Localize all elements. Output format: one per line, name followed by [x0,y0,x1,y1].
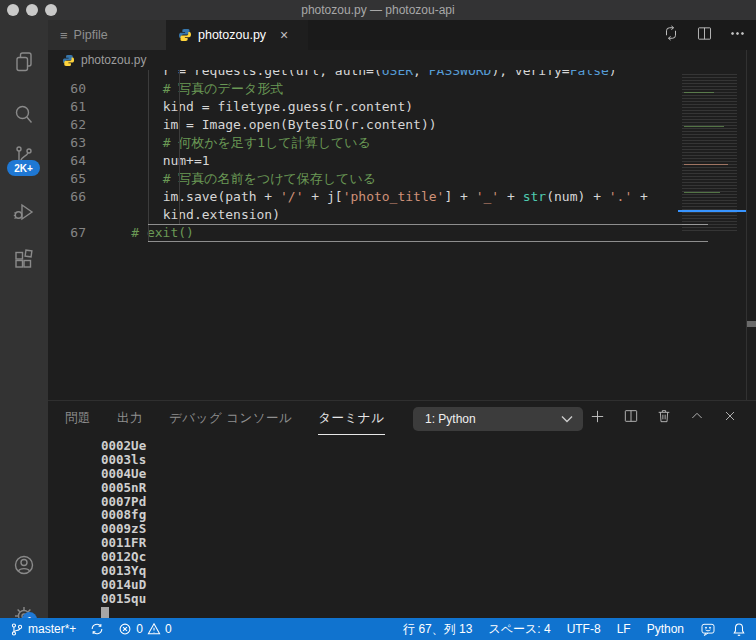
breadcrumb-file: photozou.py [81,53,146,67]
terminal-line: 0011FR [101,536,146,550]
split-terminal-icon[interactable] [623,408,639,428]
new-terminal-icon[interactable] [589,408,606,429]
git-branch-icon [10,622,24,637]
close-icon[interactable]: × [280,27,288,43]
line-number [48,206,86,224]
maximize-window-button[interactable] [45,4,57,16]
sync-icon [90,622,104,636]
sync-status[interactable] [90,622,104,636]
terminal-line: 0004Ue [101,467,146,481]
errors-count: 0 [136,622,143,636]
terminal-line: 0012Qc [101,550,146,564]
code-line: 65 # 写真の名前をつけて保存している [48,170,756,188]
account-icon[interactable] [12,553,36,577]
terminal-line: 0009zS [101,522,146,536]
scrollbar-track [746,50,747,400]
code-line: 60 # 写真のデータ形式 [48,80,756,98]
code-line: kind.extension) [48,206,756,224]
panel-tab[interactable]: ターミナル [318,401,384,435]
encoding-status[interactable]: UTF-8 [567,622,601,636]
line-number: 65 [48,170,86,188]
errors-icon [118,622,132,636]
chevron-down-icon [561,415,573,423]
code-line: 62 im = Image.open(BytesIO(r.content)) [48,116,756,134]
feedback-icon[interactable] [700,622,716,637]
panel-tab[interactable]: 出力 [117,401,143,435]
terminal-line: 0014uD [101,578,146,592]
eol-status[interactable]: LF [617,622,631,636]
editor-actions [662,20,746,50]
terminal-line: 0008fg [101,508,146,522]
open-changes-icon[interactable] [662,24,680,46]
activity-bar: 2K+ 1 [0,20,48,618]
line-number: 67 [48,224,86,242]
current-line-border-top [148,224,708,225]
vscode-window: photozou.py — photozou-api 2K+ 1 ≡ P [0,0,756,640]
extensions-icon[interactable] [12,248,36,272]
terminal-line: 0002Ue [101,439,146,453]
panel-tab[interactable]: 問題 [65,401,91,435]
notifications-bell-icon[interactable] [732,622,746,637]
explorer-icon[interactable] [12,50,36,74]
panel-actions [589,404,738,432]
source-control-badge: 2K+ [7,160,40,176]
minimap[interactable] [678,74,746,232]
line-number: 64 [48,152,86,170]
panel-tab[interactable]: デバッグ コンソール [169,401,292,435]
warnings-icon [147,622,161,636]
minimap-current-line [678,210,746,212]
search-icon[interactable] [12,103,36,127]
terminal-selector-dropdown[interactable]: 1: Python [413,407,583,431]
terminal-line: 0013Yq [101,564,146,578]
indent-guide [179,70,180,224]
indent-guide [148,70,149,242]
status-bar: master*+ 0 0 行 67、列 13 スペース: 4 UTF-8 LF … [0,618,756,640]
problems-status[interactable]: 0 0 [118,622,171,636]
window-title: photozou.py — photozou-api [0,3,756,17]
maximize-panel-icon[interactable] [689,408,705,428]
tab-bar: ≡ Pipfile photozou.py × [48,20,756,50]
tab-pipfile[interactable]: ≡ Pipfile [48,20,166,50]
line-number: 62 [48,116,86,134]
language-mode-status[interactable]: Python [647,622,684,636]
tab-photozou-py[interactable]: photozou.py × [166,20,308,50]
terminal-output[interactable]: 0002Ue 0003ls 0004Ue 0005nR 0007Pd 0008f… [101,439,146,619]
indentation-status[interactable]: スペース: 4 [488,621,550,638]
python-icon [62,54,75,67]
code-lines: r = requests.get(url, auth=(USER, PASSWO… [48,62,756,242]
current-line-border-bottom [148,241,708,242]
warnings-count: 0 [165,622,172,636]
title-bar[interactable]: photozou.py — photozou-api [0,0,756,20]
code-line: 61 kind = filetype.guess(r.content) [48,98,756,116]
tab-label: photozou.py [198,28,266,42]
line-number: 60 [48,80,86,98]
run-debug-icon[interactable] [12,200,36,224]
list-icon: ≡ [60,28,68,43]
cursor-position-status[interactable]: 行 67、列 13 [403,621,472,638]
terminal-selector-value: 1: Python [425,412,476,426]
panel-tabs: 問題 出力 デバッグ コンソール ターミナル [65,401,385,435]
close-window-button[interactable] [7,4,19,16]
kill-terminal-icon[interactable] [656,408,672,428]
line-number: 63 [48,134,86,152]
more-actions-icon[interactable] [729,25,746,46]
line-number: 61 [48,98,86,116]
terminal-line: 0007Pd [101,495,146,509]
python-icon [178,28,192,42]
branch-status[interactable]: master*+ [10,622,76,637]
code-line: 64 num+=1 [48,152,756,170]
code-line: 63 # 何枚かを足す1して計算している [48,134,756,152]
code-editor[interactable]: r = requests.get(url, auth=(USER, PASSWO… [48,62,756,242]
close-panel-icon[interactable] [722,408,738,428]
line-number: 66 [48,188,86,206]
terminal-line: 0015qu [101,592,146,606]
scrollbar-thumb[interactable] [747,321,756,327]
minimize-window-button[interactable] [26,4,38,16]
split-editor-icon[interactable] [696,25,713,46]
panel: 問題 出力 デバッグ コンソール ターミナル 1: Python 0002Ue [48,400,756,618]
breadcrumb[interactable]: photozou.py [48,50,746,70]
tab-label: Pipfile [74,28,108,42]
terminal-line: 0005nR [101,481,146,495]
terminal-cursor [101,607,109,619]
terminal-line: 0003ls [101,453,146,467]
